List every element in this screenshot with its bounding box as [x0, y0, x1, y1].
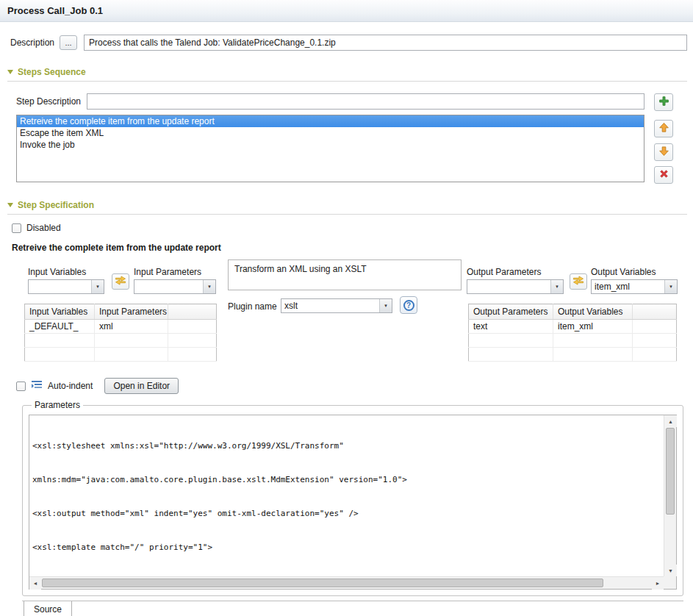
output-parameter-cell[interactable]: text — [469, 320, 553, 334]
steps-list[interactable]: Retreive the complete item from the upda… — [16, 115, 644, 182]
dropdown-arrow-icon[interactable]: ▼ — [550, 280, 563, 293]
scroll-down-icon[interactable]: ▼ — [664, 565, 677, 576]
output-variables-select[interactable]: item_xml ▼ — [591, 279, 678, 294]
section-steps-sequence[interactable]: Steps Sequence — [7, 67, 687, 82]
dropdown-arrow-icon[interactable]: ▼ — [91, 280, 104, 293]
input-variables-select[interactable]: ▼ — [28, 279, 104, 294]
step-item[interactable]: Invoke the job — [17, 139, 644, 151]
column-header — [633, 304, 677, 320]
auto-indent-icon — [31, 380, 43, 392]
disabled-row: Disabled — [12, 223, 693, 233]
step-mapping-panel: Input Variables ▼ Input Parameters ▼ Tra… — [22, 259, 681, 364]
plugin-name-select[interactable]: xslt ▼ — [281, 298, 392, 313]
input-mapping-table[interactable]: Input Variables Input Parameters _DEFAUL… — [24, 304, 217, 362]
auto-indent-checkbox[interactable] — [16, 382, 26, 391]
move-step-up-button[interactable] — [654, 120, 673, 137]
parameters-code-editor[interactable]: <xsl:stylesheet xmlns:xsl="http://www.w3… — [29, 415, 677, 590]
column-header — [168, 304, 217, 320]
scroll-right-icon[interactable]: ► — [652, 577, 664, 590]
vertical-scrollbar-thumb[interactable] — [666, 428, 675, 515]
move-step-down-button[interactable] — [654, 143, 673, 161]
step-item[interactable]: Retreive the complete item from the upda… — [17, 115, 644, 127]
column-header[interactable]: Input Parameters — [95, 304, 168, 320]
plugin-help-button[interactable]: ? — [400, 296, 417, 314]
column-header[interactable]: Output Variables — [553, 304, 633, 320]
plugin-name-label: Plugin name — [228, 301, 277, 312]
arrow-up-icon — [658, 122, 669, 135]
steps-sequence-body: Step Description Retreive the complete i… — [16, 93, 673, 184]
step-description-input[interactable] — [87, 93, 644, 110]
step-description-label: Step Description — [16, 96, 81, 107]
code-line: xmlns:mdm="java:com.amalto.core.plugin.b… — [32, 474, 662, 485]
disabled-checkbox[interactable] — [12, 223, 21, 233]
table-row — [469, 348, 677, 362]
output-variables-label: Output Variables — [591, 267, 656, 277]
description-label: Description — [10, 37, 54, 48]
parameters-group-label: Parameters — [32, 400, 83, 410]
plugin-description: Transform an XML using an XSLT — [228, 259, 462, 290]
input-variables-label: Input Variables — [28, 267, 86, 277]
horizontal-scrollbar-thumb[interactable] — [42, 579, 603, 587]
help-icon: ? — [403, 300, 414, 311]
output-mapping-table[interactable]: Output Parameters Output Variables text … — [468, 304, 677, 362]
xslt-source[interactable]: <xsl:stylesheet xmlns:xsl="http://www.w3… — [32, 418, 662, 575]
open-in-editor-button[interactable]: Open in Editor — [104, 378, 179, 394]
column-header[interactable]: Output Parameters — [469, 304, 553, 320]
swap-arrows-icon — [115, 275, 126, 288]
map-input-button[interactable] — [112, 273, 129, 290]
code-line: <xsl:stylesheet xmlns:xsl="http://www.w3… — [32, 440, 662, 451]
selected-step-title: Retreive the complete item from the upda… — [12, 243, 693, 253]
map-output-button[interactable] — [570, 273, 587, 290]
page-title: Process Call_Job 0.1 — [7, 5, 103, 16]
tab-source[interactable]: Source — [24, 601, 72, 616]
auto-indent-row: Auto-indent Open in Editor — [16, 378, 693, 394]
input-parameter-cell[interactable]: xml — [95, 320, 168, 334]
auto-indent-label: Auto-indent — [48, 381, 93, 391]
delete-step-button[interactable] — [654, 166, 673, 184]
vertical-scrollbar[interactable]: ▲ ▼ — [664, 415, 676, 576]
arrow-down-icon — [658, 146, 669, 159]
table-row[interactable]: _DEFAULT_ xml — [25, 320, 217, 334]
plus-icon — [658, 96, 669, 109]
dropdown-arrow-icon[interactable]: ▼ — [203, 280, 215, 293]
add-step-button[interactable] — [654, 93, 673, 111]
table-row[interactable]: text item_xml — [469, 320, 677, 334]
code-line: <xsl:output method="xml" indent="yes" om… — [32, 508, 662, 519]
horizontal-scrollbar[interactable]: ◄ ► — [29, 576, 664, 589]
disabled-label: Disabled — [26, 223, 61, 233]
steps-buttons — [654, 93, 673, 184]
swap-arrows-icon — [572, 275, 584, 288]
editor-header: Process Call_Job 0.1 — [0, 0, 693, 22]
section-title: Steps Sequence — [18, 67, 86, 77]
code-line: <xsl:template match="/" priority="1"> — [32, 542, 662, 553]
input-parameters-select[interactable]: ▼ — [134, 279, 216, 294]
parameters-group: Parameters <xsl:stylesheet xmlns:xsl="ht… — [22, 400, 683, 596]
section-step-specification[interactable]: Step Specification — [7, 200, 687, 215]
input-variable-cell[interactable]: _DEFAULT_ — [25, 320, 95, 334]
table-row — [25, 334, 217, 348]
output-variable-cell[interactable]: item_xml — [553, 320, 633, 334]
scroll-up-icon[interactable]: ▲ — [664, 415, 677, 427]
dropdown-arrow-icon[interactable]: ▼ — [379, 299, 392, 312]
section-title: Step Specification — [18, 200, 94, 210]
description-browse-button[interactable]: ... — [60, 35, 77, 50]
process-editor: Process Call_Job 0.1 Description ... Ste… — [0, 0, 693, 616]
dropdown-arrow-icon[interactable]: ▼ — [664, 280, 677, 293]
step-item[interactable]: Escape the item XML — [17, 127, 644, 139]
description-row: Description ... — [10, 35, 687, 51]
output-parameters-label: Output Parameters — [467, 267, 541, 277]
table-row — [25, 348, 217, 362]
editor-tab-bar: Source — [22, 601, 683, 616]
table-row — [469, 334, 677, 348]
scroll-left-icon[interactable]: ◄ — [29, 577, 41, 590]
input-parameters-label: Input Parameters — [134, 267, 201, 277]
delete-x-icon — [659, 169, 669, 181]
output-parameters-select[interactable]: ▼ — [467, 279, 564, 294]
collapse-triangle-icon — [7, 203, 13, 207]
collapse-triangle-icon — [7, 70, 13, 74]
description-input[interactable] — [84, 35, 687, 51]
scrollbar-corner — [664, 576, 676, 589]
column-header[interactable]: Input Variables — [25, 304, 95, 320]
